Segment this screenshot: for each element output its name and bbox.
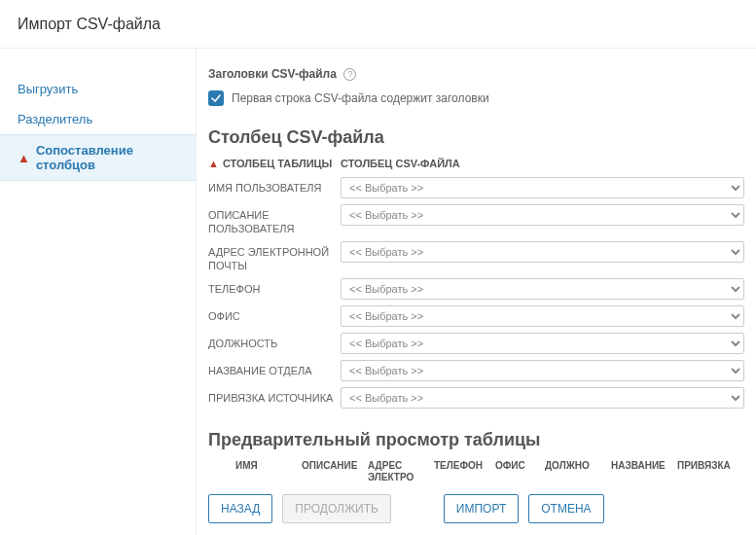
mapping-row: ДОЛЖНОСТЬ<< Выбрать >> [208,333,744,354]
row-label: НАЗВАНИЕ ОТДЕЛА [208,360,341,377]
dialog-title: Импорт CSV-файла [18,16,161,32]
row-select[interactable]: << Выбрать >> [341,360,744,381]
help-icon[interactable]: ? [343,68,356,81]
content-pane: Заголовки CSV-файла ? Первая строка CSV-… [197,49,756,535]
row-select[interactable]: << Выбрать >> [341,278,744,300]
mapping-row: АДРЕС ЭЛЕКТРОННОЙ ПОЧТЫ<< Выбрать >> [208,241,744,272]
mapping-row: ИМЯ ПОЛЬЗОВАТЕЛЯ<< Выбрать >> [208,177,744,198]
sidebar-item-delimiter[interactable]: Разделитель [0,104,196,134]
preview-header-row: ИМЯ ОПИСАНИЕ АДРЕС ЭЛЕКТРО ТЕЛЕФОН ОФИС … [208,460,744,482]
mapping-row: ТЕЛЕФОН<< Выбрать >> [208,278,744,300]
row-label: ИМЯ ПОЛЬЗОВАТЕЛЯ [208,177,341,195]
cancel-button[interactable]: ОТМЕНА [528,494,603,523]
continue-button: ПРОДОЛЖИТЬ [282,494,391,523]
row-label: ОПИСАНИЕ ПОЛЬЗОВАТЕЛЯ [208,204,341,235]
col-header-table: СТОЛБЕЦ ТАБЛИЦЫ [223,158,332,169]
mapping-row: НАЗВАНИЕ ОТДЕЛА<< Выбрать >> [208,360,744,381]
mapping-row: ПРИВЯЗКА ИСТОЧНИКА<< Выбрать >> [208,387,744,409]
row-label: ДОЛЖНОСТЬ [208,333,341,350]
sidebar-item-label: Выгрузить [18,82,78,96]
preview-col: ОФИС [495,460,539,482]
row-select[interactable]: << Выбрать >> [341,204,744,226]
footer-bar: НАЗАД ПРОДОЛЖИТЬ ИМПОРТ ОТМЕНА [197,482,756,535]
headers-checkbox-label: Первая строка CSV-файла содержит заголов… [232,91,489,105]
wizard-sidebar: Выгрузить Разделитель ▲ Сопоставление ст… [0,49,197,535]
col-header-csv: СТОЛБЕЦ CSV-ФАЙЛА [341,158,460,169]
import-button[interactable]: ИМПОРТ [444,494,519,523]
mapping-row: ОФИС<< Выбрать >> [208,305,744,327]
row-select[interactable]: << Выбрать >> [341,387,744,409]
preview-col: ДОЛЖНО [545,460,605,482]
row-label: ПРИВЯЗКА ИСТОЧНИКА [208,387,341,405]
warning-icon: ▲ [208,158,219,169]
preview-col: ОПИСАНИЕ [302,460,362,482]
sidebar-item-label: Сопоставление столбцов [36,143,178,172]
headers-checkbox[interactable] [208,90,224,106]
preview-col: ИМЯ [235,460,296,482]
dialog-header: Импорт CSV-файла [0,0,756,49]
row-label: АДРЕС ЭЛЕКТРОННОЙ ПОЧТЫ [208,241,341,272]
row-select[interactable]: << Выбрать >> [341,177,744,198]
preview-title: Предварительный просмотр таблицы [208,430,744,450]
preview-col: НАЗВАНИЕ [611,460,671,482]
preview-col: АДРЕС ЭЛЕКТРО [368,460,428,482]
back-button[interactable]: НАЗАД [208,494,272,523]
csv-headers-label: Заголовки CSV-файла [208,67,337,81]
preview-col: ПРИВЯЗКА [677,460,738,482]
row-select[interactable]: << Выбрать >> [341,305,744,327]
mapping-rows: ИМЯ ПОЛЬЗОВАТЕЛЯ<< Выбрать >> ОПИСАНИЕ П… [208,177,744,409]
column-section-title: Столбец CSV-файла [208,127,744,148]
sidebar-item-upload[interactable]: Выгрузить [0,74,196,104]
row-select[interactable]: << Выбрать >> [341,333,744,354]
row-select[interactable]: << Выбрать >> [341,241,744,263]
warning-icon: ▲ [18,151,30,165]
sidebar-item-mapping[interactable]: ▲ Сопоставление столбцов [0,134,196,181]
row-label: ТЕЛЕФОН [208,278,341,296]
sidebar-item-label: Разделитель [18,112,92,126]
row-label: ОФИС [208,305,341,323]
preview-col: ТЕЛЕФОН [434,460,489,482]
mapping-row: ОПИСАНИЕ ПОЛЬЗОВАТЕЛЯ<< Выбрать >> [208,204,744,235]
